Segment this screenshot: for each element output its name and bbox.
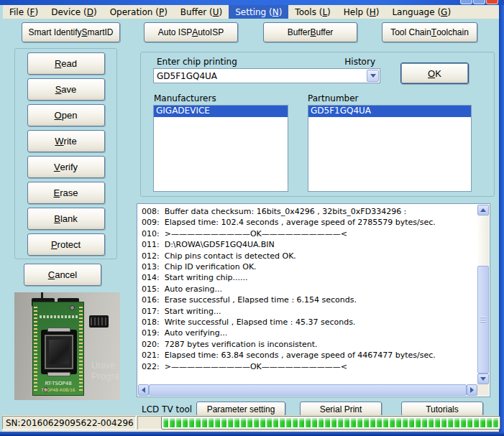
scroll-right-icon xyxy=(470,387,474,393)
partnumber-list[interactable]: GD5F1GQ4UA xyxy=(308,105,472,192)
adapter-label: RT-TSOP48 xyxy=(33,381,83,386)
cancel-button[interactable]: Cancel xyxy=(24,264,101,286)
ok-button[interactable]: OK xyxy=(400,62,469,84)
log-line: 010: >——————————OK——————————< xyxy=(142,228,476,239)
menu-item-setting[interactable]: Setting (N) xyxy=(229,5,288,19)
history-dropdown-button[interactable] xyxy=(367,70,379,82)
serial-number: SN:20160629095622-004296 xyxy=(6,418,134,428)
vertical-scroll-thumb[interactable] xyxy=(477,266,489,374)
manufacturers-label: Manufacturers xyxy=(154,93,216,103)
menu-bar: File (F)Device (D)Operation (P)Buffer (U… xyxy=(3,5,499,19)
open-button[interactable]: Open xyxy=(27,104,105,126)
menu-item-file[interactable]: File (F) xyxy=(3,5,45,19)
chip-die xyxy=(49,340,69,364)
verify-button[interactable]: Verify xyxy=(27,156,105,178)
socket-clip xyxy=(47,328,70,332)
window-border-left xyxy=(0,5,3,432)
pin-header xyxy=(89,315,109,328)
log-horizontal-scrollbar[interactable] xyxy=(138,384,477,396)
log-line: 009: Elapsed time: 102.4 seconds , avera… xyxy=(142,217,476,228)
scrollbar-corner xyxy=(477,384,489,396)
horizontal-scroll-thumb[interactable] xyxy=(149,384,467,396)
auto-isp-autoisp-button[interactable]: Auto ISP AutoISP xyxy=(144,22,238,42)
tutorials-button[interactable]: Tutorials xyxy=(401,402,483,417)
save-button[interactable]: Save xyxy=(27,78,105,101)
tsop-socket xyxy=(41,330,77,374)
log-vertical-scrollbar[interactable] xyxy=(477,205,489,384)
titlebar-strip xyxy=(0,0,504,5)
pcb-silkscreen xyxy=(40,315,78,318)
pcb-hole xyxy=(70,305,75,310)
status-bar: SN:20160629095622-004296 xyxy=(2,415,499,432)
maximize-button[interactable] xyxy=(473,0,485,4)
scroll-down-button[interactable] xyxy=(477,374,489,384)
log-line: 012: Chip pins contact is detected OK. xyxy=(142,251,476,261)
erase-button[interactable]: Erase xyxy=(27,182,105,204)
menu-item-operation[interactable]: Operation (P) xyxy=(104,5,174,19)
pcb-pins-left xyxy=(34,307,37,391)
pin-header-pins xyxy=(91,317,107,325)
scroll-down-icon xyxy=(480,377,486,381)
log-line: 017: Start writing... xyxy=(142,306,476,317)
minimize-button[interactable] xyxy=(460,0,472,4)
log-line: 018: Write successful , Elapsed time : 4… xyxy=(142,317,476,328)
write-button[interactable]: Write xyxy=(27,130,105,152)
enter-chip-label: Enter chip printing xyxy=(157,57,237,67)
chevron-down-icon xyxy=(370,74,376,78)
log-line: 011: D:\ROWA\GD5F1GQ4UA.BIN xyxy=(142,239,476,250)
read-button[interactable]: Read xyxy=(27,52,105,75)
programmer-photo: RT-TSOP48 TSOP48-R08/16 Unive Progra xyxy=(14,292,120,400)
parameter-setting-button[interactable]: Parameter setting xyxy=(196,402,285,417)
application-window: File (F)Device (D)Operation (P)Buffer (U… xyxy=(0,0,504,436)
close-button[interactable] xyxy=(486,0,498,4)
left-button-group: ReadSaveOpenWriteVerifyEraseBlankProtect xyxy=(14,48,117,259)
progress-bar xyxy=(161,416,500,430)
socket-clip xyxy=(47,372,70,376)
manufacturers-list[interactable]: GIGADEVICE xyxy=(153,105,288,192)
log-line: 019: Auto verifying... xyxy=(142,328,476,338)
history-label: History xyxy=(325,57,375,67)
log-line: 020: 7287 bytes verification is inconsis… xyxy=(142,339,476,350)
watermark-line: Progra xyxy=(91,371,119,381)
menu-item-language[interactable]: Language (G) xyxy=(385,5,457,19)
log-line: 013: Chip ID verification OK. xyxy=(142,261,476,272)
partnumber-item[interactable]: GD5F1GQ4UA xyxy=(308,106,471,117)
menu-item-device[interactable]: Device (D) xyxy=(45,5,103,19)
scroll-up-icon xyxy=(480,208,486,212)
log-text[interactable]: 008: Buffer data checksum: 16bits_0x4296… xyxy=(142,206,476,384)
chip-combo-value: GD5F1GQ4UA xyxy=(157,71,217,81)
smart-identify-smartid-button[interactable]: Smart Identify SmartID xyxy=(22,22,120,42)
log-line: 008: Buffer data checksum: 16bits_0x4296… xyxy=(142,206,476,217)
progress-fill xyxy=(163,418,498,427)
scroll-right-button[interactable] xyxy=(467,384,477,396)
log-line: 015: Auto erasing... xyxy=(142,284,476,294)
buffer-buffer-button[interactable]: Buffer Buffer xyxy=(263,22,357,42)
pcb-pins-right xyxy=(79,307,83,391)
log-box: 008: Buffer data checksum: 16bits_0x4296… xyxy=(137,203,490,397)
lcd-tv-tool-label: LCD TV tool xyxy=(142,404,192,414)
scroll-up-button[interactable] xyxy=(477,205,489,215)
photo-watermark: Unive Progra xyxy=(91,360,119,381)
manufacturer-item[interactable]: GIGADEVICE xyxy=(154,106,288,117)
window-border-right xyxy=(499,5,504,432)
scroll-thumb-grip xyxy=(480,317,486,323)
log-line: 021: Elapsed time: 63.84 seconds , avera… xyxy=(142,350,476,361)
partnumber-label: Partnumber xyxy=(308,93,359,103)
log-line: 016: Erase successful , Elapsed time : 6… xyxy=(142,294,476,305)
serial-print-button[interactable]: Serial Print xyxy=(300,402,382,417)
menu-item-buffer[interactable]: Buffer (U) xyxy=(174,5,229,19)
menu-item-help[interactable]: Help (H) xyxy=(337,5,386,19)
menu-item-tools[interactable]: Tools (L) xyxy=(288,5,336,19)
adapter-pcb: RT-TSOP48 TSOP48-R08/16 xyxy=(32,302,84,396)
statusbar-spacer-panel xyxy=(137,416,162,430)
log-line: 014: Start writing chip...... xyxy=(142,272,476,283)
protect-button[interactable]: Protect xyxy=(27,233,105,256)
window-border-bottom xyxy=(0,432,504,436)
adapter-sublabel: TSOP48-R08/16 xyxy=(33,387,83,392)
watermark-line: Unive xyxy=(91,360,119,371)
log-line: 022: >——————————OK——————————< xyxy=(142,361,476,372)
blank-button[interactable]: Blank xyxy=(27,208,105,230)
chip-combo[interactable]: GD5F1GQ4UA xyxy=(153,68,380,83)
scroll-left-button[interactable] xyxy=(138,384,149,396)
tool-chain-toolchain-button[interactable]: Tool Chain Toolchain xyxy=(382,22,477,42)
